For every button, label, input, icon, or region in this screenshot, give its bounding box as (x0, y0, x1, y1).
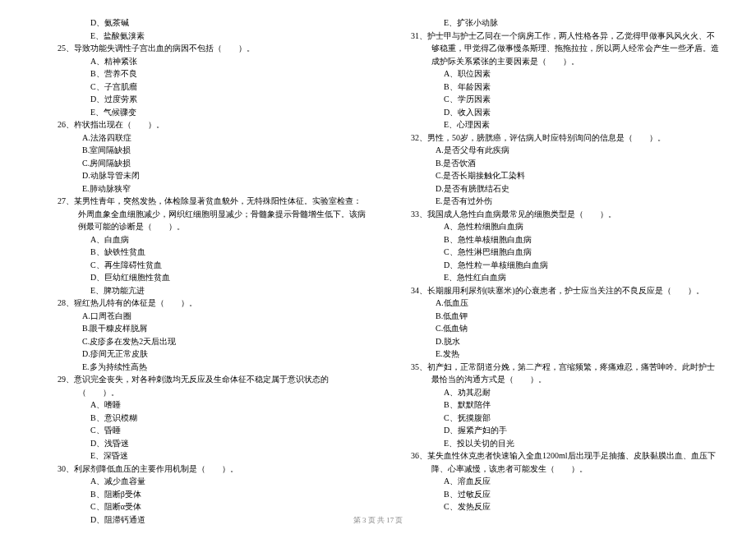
option: B、急性单核细胞白血病 (390, 233, 719, 246)
option: A、职位因素 (390, 67, 719, 81)
option: A、白血病 (37, 233, 366, 246)
option: A.低血压 (390, 297, 719, 310)
left-column: D、氨茶碱E、盐酸氨溴素25、导致功能失调性子宫出血的病因不包括（ ）。A、精神… (37, 16, 366, 526)
option: E、气候骤变 (37, 106, 366, 119)
option: C、抚摸腹部 (390, 412, 719, 425)
option: E、扩张小动脉 (390, 16, 719, 30)
page-footer: 第 3 页 共 17 页 (0, 515, 756, 526)
option: C、急性淋巴细胞白血病 (390, 246, 719, 259)
option: C、昏睡 (37, 424, 366, 437)
option: E.是否有过外伤 (390, 195, 719, 208)
option: E、盐酸氨溴素 (37, 30, 366, 43)
option: A、嗜睡 (37, 398, 366, 412)
option: D.动脉导管未闭 (37, 169, 366, 182)
option: C、发热反应 (390, 500, 719, 513)
option: C、子宫肌瘤 (37, 81, 366, 94)
option: A.是否父母有此疾病 (390, 144, 719, 157)
option: E、投以关切的目光 (390, 437, 719, 450)
option: E.肺动脉狭窄 (37, 182, 366, 196)
option: C、阻断α受体 (37, 500, 366, 513)
question: 36、某失血性休克患者快速输入全血1200ml后出现手足抽搐、皮肤黏膜出血、血压… (411, 449, 719, 475)
option: B.低血钾 (390, 310, 719, 323)
content-columns: D、氨茶碱E、盐酸氨溴素25、导致功能失调性子宫出血的病因不包括（ ）。A、精神… (37, 16, 719, 526)
question: 34、长期服用利尿剂(呋塞米)的心衰患者，护士应当关注的不良反应是（ ）。 (411, 284, 719, 297)
option: B、年龄因素 (390, 81, 719, 94)
option: A、减少血容量 (37, 475, 366, 488)
option: E、急性红白血病 (390, 271, 719, 284)
option: A、急性粒细胞白血病 (390, 220, 719, 233)
option: D.脱水 (390, 335, 719, 348)
option: B、营养不良 (37, 67, 366, 81)
option: A.法洛四联症 (37, 131, 366, 145)
question: 32、男性，50岁，膀胱癌，评估病人时应特别询问的信息是（ ）。 (411, 131, 719, 145)
option: C.是否长期接触化工染料 (390, 169, 719, 182)
right-column: E、扩张小动脉31、护士甲与护士乙同在一个病房工作，两人性格各异，乙觉得甲做事风… (390, 16, 719, 526)
option: D、氨茶碱 (37, 16, 366, 30)
question: 25、导致功能失调性子宫出血的病因不包括（ ）。 (58, 42, 366, 55)
option: D、收入因素 (390, 106, 719, 119)
option: A、溶血反应 (390, 475, 719, 488)
option: A.口周苍白圈 (37, 310, 366, 323)
option: D、握紧产妇的手 (390, 424, 719, 437)
question: 30、利尿剂降低血压的主要作用机制是（ ）。 (58, 463, 366, 476)
question: 31、护士甲与护士乙同在一个病房工作，两人性格各异，乙觉得甲做事风风火火、不够稳… (411, 30, 719, 68)
option: A、劝其忍耐 (390, 386, 719, 399)
option: B.眼干糠皮样脱屑 (37, 322, 366, 335)
option: A、精神紧张 (37, 55, 366, 68)
option: C.低血钠 (390, 322, 719, 335)
option: B、阻断β受体 (37, 488, 366, 501)
option: C.皮疹多在发热2天后出现 (37, 335, 366, 348)
option: D.是否有膀胱结石史 (390, 182, 719, 196)
option: C.房间隔缺损 (37, 157, 366, 170)
option: B、默默陪伴 (390, 398, 719, 412)
option: D、巨幼红细胞性贫血 (37, 271, 366, 284)
question: 27、某男性青年，突然发热，体检除显著贫血貌外，无特殊阳性体征。实验室检查：外周… (58, 195, 366, 233)
option: E、心理因素 (390, 118, 719, 131)
option: B、意识模糊 (37, 412, 366, 425)
question: 35、初产妇，正常阴道分娩，第二产程，宫缩频繁，疼痛难忍，痛苦呻吟。此时护士最恰… (411, 361, 719, 386)
option: C、再生障碍性贫血 (37, 259, 366, 272)
option: E、脾功能亢进 (37, 284, 366, 297)
option: E、深昏迷 (37, 449, 366, 463)
option: B、过敏反应 (390, 488, 719, 501)
option: C、学历因素 (390, 93, 719, 106)
question: 26、杵状指出现在（ ）。 (58, 118, 366, 131)
option: D、急性粒一单核细胞白血病 (390, 259, 719, 272)
option: E.多为持续性高热 (37, 361, 366, 374)
option: D.疹间无正常皮肤 (37, 348, 366, 361)
question: 33、我国成人急性白血病最常见的细胞类型是（ ）。 (411, 208, 719, 221)
option: D、过度劳累 (37, 93, 366, 106)
question: 29、意识完全丧失，对各种刺激均无反应及生命体征不稳定属于意识状态的（ ）。 (58, 373, 366, 398)
option: B.是否饮酒 (390, 157, 719, 170)
option: B、缺铁性贫血 (37, 246, 366, 259)
option: B.室间隔缺损 (37, 144, 366, 157)
option: E.发热 (390, 348, 719, 361)
question: 28、猩红热儿特有的体征是（ ）。 (58, 297, 366, 310)
option: D、浅昏迷 (37, 437, 366, 450)
